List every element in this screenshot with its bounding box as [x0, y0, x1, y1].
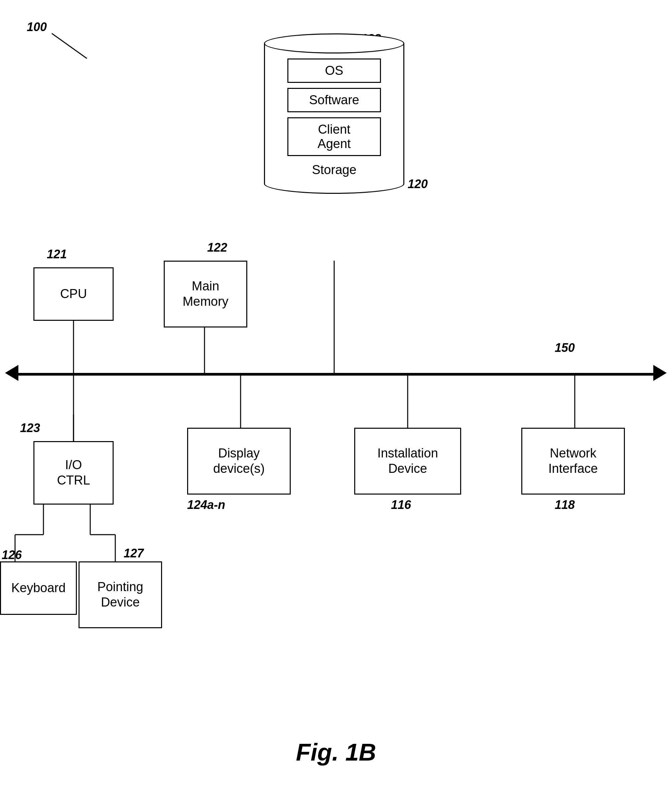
diagram: 100 OS Software ClientAgent Storage 128 … [0, 0, 672, 806]
arrow-left [5, 365, 18, 381]
os-box: OS [287, 58, 381, 83]
cylinder-body: OS Software ClientAgent Storage [264, 43, 405, 184]
ref-121: 121 [47, 247, 67, 261]
keyboard-box: Keyboard [0, 562, 77, 615]
ref-120: 120 [408, 177, 428, 191]
client-agent-box: ClientAgent [287, 117, 381, 156]
network-interface-box: NetworkInterface [521, 428, 625, 495]
installation-device-box: InstallationDevice [354, 428, 461, 495]
ref-127: 127 [124, 547, 144, 560]
bus-line [18, 373, 653, 376]
io-ctrl-box: I/OCTRL [33, 441, 114, 505]
cpu-box: CPU [33, 268, 114, 321]
software-box: Software [287, 88, 381, 112]
display-device-box: Displaydevice(s) [187, 428, 291, 495]
ref-100: 100 [27, 20, 47, 34]
pointing-device-box: PointingDevice [79, 562, 162, 628]
ref-118: 118 [555, 498, 575, 512]
storage-cylinder: OS Software ClientAgent Storage [264, 33, 405, 194]
ref-150: 150 [555, 341, 575, 355]
main-memory-box: MainMemory [164, 261, 247, 327]
ref-123: 123 [20, 421, 40, 435]
ref-124an: 124a-n [187, 498, 225, 512]
ref-126: 126 [2, 548, 22, 562]
svg-line-14 [52, 33, 87, 58]
storage-label: Storage [312, 163, 356, 177]
ref-116: 116 [391, 498, 411, 512]
arrow-right [653, 365, 667, 381]
cylinder-top [264, 33, 405, 53]
figure-caption: Fig. 1B [0, 738, 672, 766]
ref-122: 122 [207, 241, 227, 254]
